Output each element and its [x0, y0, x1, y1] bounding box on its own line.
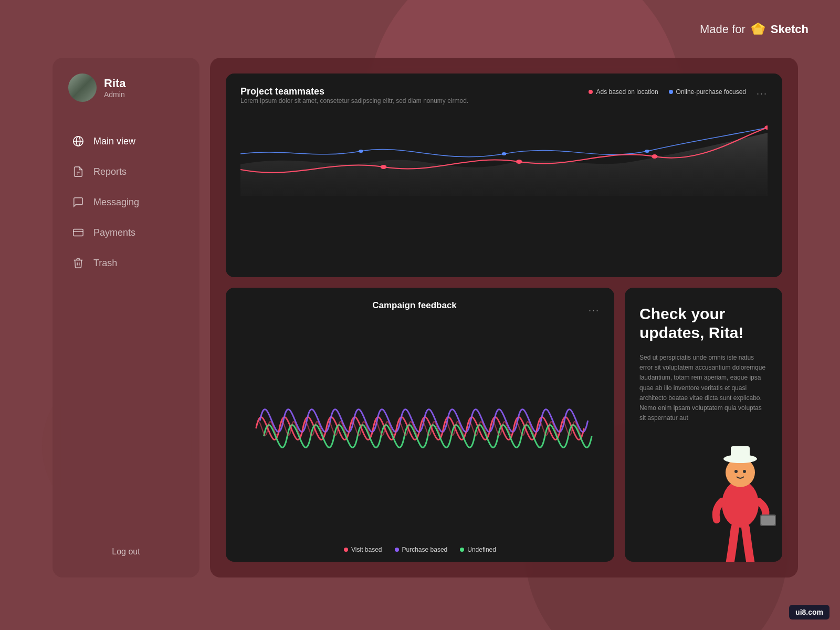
file-icon [71, 165, 85, 178]
campaign-feedback-chart: Campaign feedback ... [226, 288, 614, 562]
sidebar-item-label: Reports [93, 166, 127, 177]
svg-point-18 [359, 150, 363, 153]
campaign-svg [240, 316, 600, 541]
sidebar-item-label: Trash [93, 258, 117, 269]
legend-label: Purchase based [402, 546, 448, 553]
svg-point-14 [381, 165, 386, 169]
character-decoration [688, 415, 782, 562]
sidebar: Rita Admin Main view Reports [52, 58, 200, 578]
legend-undefined: Undefined [460, 546, 496, 553]
user-info: Rita Admin [104, 77, 126, 99]
sketch-icon [750, 21, 766, 38]
svg-rect-12 [74, 229, 83, 236]
svg-point-15 [516, 160, 522, 164]
legend-visit-based: Visit based [344, 546, 382, 553]
campaign-chart-area [240, 316, 600, 541]
campaign-more-button[interactable]: ... [589, 303, 600, 314]
main-container: Rita Admin Main view Reports [52, 58, 798, 578]
svg-rect-28 [761, 516, 775, 525]
bottom-row: Campaign feedback ... [226, 288, 782, 562]
legend-label: Undefined [467, 546, 496, 553]
sidebar-item-label: Main view [93, 136, 135, 147]
chart-area [240, 112, 768, 196]
ui8-badge: ui8.com [789, 605, 830, 620]
legend-label: Visit based [351, 546, 382, 553]
svg-marker-4 [754, 28, 762, 35]
chart-legend: Ads based on location Online-purchase fo… [589, 88, 746, 96]
globe-icon [71, 134, 85, 148]
made-for-label: Made for [700, 23, 746, 36]
user-name: Rita [104, 77, 126, 90]
legend-label: Online-purchase focused [676, 88, 746, 96]
chart-title: Project teammates [240, 86, 468, 97]
svg-point-20 [645, 150, 649, 153]
campaign-chart-title: Campaign feedback [372, 300, 457, 311]
updates-title: Check your updates, Rita! [639, 304, 768, 342]
svg-point-19 [502, 152, 507, 155]
user-profile: Rita Admin [63, 74, 189, 102]
sidebar-item-reports[interactable]: Reports [63, 159, 189, 185]
legend-item-online: Online-purchase focused [669, 88, 746, 96]
sidebar-item-label: Messaging [93, 197, 139, 208]
svg-rect-27 [760, 514, 776, 526]
sidebar-item-trash[interactable]: Trash [63, 250, 189, 276]
trash-icon [71, 256, 85, 270]
svg-point-25 [734, 470, 738, 473]
legend-dot-green [460, 548, 464, 552]
sketch-name-label: Sketch [771, 23, 808, 36]
campaign-legend: Visit based Purchase based Undefined [240, 546, 600, 553]
content-area: Project teammates Lorem ipsum dolor sit … [210, 58, 798, 578]
legend-dot-purple [395, 548, 399, 552]
legend-purchase-based: Purchase based [395, 546, 448, 553]
legend-label: Ads based on location [596, 88, 658, 96]
card-icon [71, 226, 85, 239]
branding: Made for Sketch [700, 21, 808, 38]
svg-point-23 [723, 455, 757, 463]
legend-item-ads: Ads based on location [589, 88, 658, 96]
chart-more-button[interactable]: ... [757, 86, 768, 97]
nav-menu: Main view Reports Messaging [63, 128, 189, 531]
updates-panel: Check your updates, Rita! Sed ut perspic… [625, 288, 782, 562]
svg-rect-24 [731, 446, 750, 460]
avatar [68, 74, 97, 102]
svg-point-26 [743, 470, 746, 473]
logout-button[interactable]: Log out [63, 542, 189, 562]
chart-title-group: Project teammates Lorem ipsum dolor sit … [240, 86, 468, 110]
sidebar-item-main-view[interactable]: Main view [63, 128, 189, 154]
user-role: Admin [104, 90, 126, 99]
sidebar-item-messaging[interactable]: Messaging [63, 189, 189, 215]
updates-text: Sed ut perspiciatis unde omnis iste natu… [639, 353, 768, 423]
legend-dot-red [589, 90, 593, 94]
message-icon [71, 195, 85, 209]
svg-point-16 [652, 154, 657, 159]
sidebar-item-label: Payments [93, 227, 135, 238]
svg-point-22 [726, 458, 755, 487]
sidebar-item-payments[interactable]: Payments [63, 219, 189, 246]
area-chart-svg [240, 112, 768, 196]
legend-dot-blue [669, 90, 673, 94]
chart-header: Project teammates Lorem ipsum dolor sit … [240, 86, 768, 110]
legend-dot-pink [344, 548, 348, 552]
chart-subtitle: Lorem ipsum dolor sit amet, consetetur s… [240, 97, 468, 104]
project-teammates-chart: Project teammates Lorem ipsum dolor sit … [226, 74, 782, 277]
svg-point-21 [722, 480, 759, 528]
